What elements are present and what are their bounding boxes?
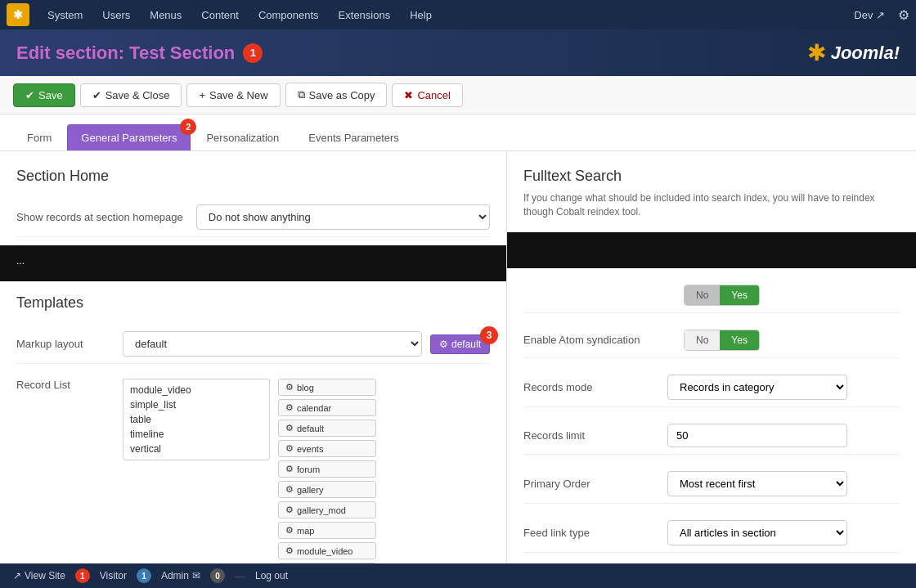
save-close-icon: ✔ xyxy=(92,89,101,101)
joomla-logo: ✱ Joomla! xyxy=(807,39,900,66)
fulltext-help-text: If you change what should be included in… xyxy=(523,191,900,219)
gear-icon: ⚙ xyxy=(285,402,294,413)
save-close-button[interactable]: ✔ Save & Close xyxy=(80,83,182,107)
right-panel: Fulltext Search If you change what shoul… xyxy=(507,151,916,588)
header-bar: Edit section: Test Section 1 ✱ Joomla! xyxy=(0,29,916,76)
joomla-logo-icon: ✱ xyxy=(807,39,826,66)
btn-label: forum xyxy=(297,465,320,474)
btn-label: module_video xyxy=(297,546,353,556)
tab-events[interactable]: Events Parameters xyxy=(294,124,413,150)
records-mode-select[interactable]: Records in category All records Featured… xyxy=(667,375,847,400)
save-button[interactable]: ✔ Save xyxy=(13,83,75,107)
feed-link-row: Feed link type All articles in section A… xyxy=(523,514,900,553)
tab-personalization-label: Personalization xyxy=(206,132,279,144)
template-default-btn[interactable]: ⚙default xyxy=(278,420,376,437)
save-icon: ✔ xyxy=(25,89,34,101)
save-copy-button[interactable]: ⧉ Save as Copy xyxy=(285,83,388,107)
template-blog-btn[interactable]: ⚙blog xyxy=(278,379,376,396)
tab-general[interactable]: General Parameters 2 xyxy=(67,124,191,150)
nav-users[interactable]: Users xyxy=(94,6,138,25)
joomla-icon: ✱ xyxy=(7,3,29,26)
toggle-row-above: No Yes xyxy=(523,278,900,313)
template-gallery-mod-btn[interactable]: ⚙gallery_mod xyxy=(278,501,376,518)
list-item[interactable]: timeline xyxy=(127,427,266,442)
page-title: Edit section: Test Section 1 xyxy=(16,43,263,64)
tab-general-label: General Parameters xyxy=(81,132,177,144)
record-list-label: Record List xyxy=(16,379,114,391)
list-item[interactable]: module_video xyxy=(127,383,266,397)
toolbar: ✔ Save ✔ Save & Close + Save & New ⧉ Sav… xyxy=(0,76,916,114)
enable-atom-group: No Yes xyxy=(684,330,760,351)
show-records-select[interactable]: Do not show anything Show records Show c… xyxy=(196,204,490,230)
record-list-box[interactable]: module_video simple_list table timeline … xyxy=(123,379,270,460)
view-site-link[interactable]: ↗ View Site xyxy=(13,570,65,581)
hidden-row-text: ... xyxy=(16,255,25,267)
records-mode-row: Records mode Records in category All rec… xyxy=(523,368,900,407)
save-copy-icon: ⧉ xyxy=(298,88,305,101)
btn-label: gallery_mod xyxy=(297,505,346,515)
tab-form[interactable]: Form xyxy=(13,124,65,150)
nav-menus[interactable]: Menus xyxy=(141,6,190,25)
top-navigation: ✱ System Users Menus Content Components … xyxy=(0,0,916,29)
btn-label: events xyxy=(297,444,323,454)
markup-layout-select[interactable]: default xyxy=(123,331,422,357)
btn-label: blog xyxy=(297,383,314,393)
templates-title: Templates xyxy=(16,294,490,312)
template-forum-btn[interactable]: ⚙forum xyxy=(278,460,376,478)
template-buttons-group: ⚙blog ⚙calendar ⚙default ⚙events ⚙forum … xyxy=(278,379,376,580)
template-module-video-btn[interactable]: ⚙module_video xyxy=(278,542,376,559)
nav-extensions[interactable]: Extensions xyxy=(330,6,399,25)
gear-icon: ⚙ xyxy=(285,505,294,515)
dev-link[interactable]: Dev ↗ xyxy=(854,9,885,21)
primary-order-select[interactable]: Most recent first Most popular first Alp… xyxy=(667,471,847,496)
divider: — xyxy=(235,570,245,582)
records-limit-input[interactable] xyxy=(667,424,847,447)
tab-form-label: Form xyxy=(27,132,52,144)
zero-badge: 0 xyxy=(210,568,225,583)
nav-help[interactable]: Help xyxy=(402,6,440,25)
markup-layout-label: Markup layout xyxy=(16,338,114,350)
admin-badge: 1 xyxy=(137,568,151,583)
atom-no-btn[interactable]: No xyxy=(685,330,720,350)
template-gallery-btn[interactable]: ⚙gallery xyxy=(278,481,376,498)
toggle-yes-btn[interactable]: Yes xyxy=(720,285,759,305)
cancel-label: Cancel xyxy=(417,89,450,101)
list-item[interactable]: vertical xyxy=(127,442,266,456)
toggle-no-btn[interactable]: No xyxy=(685,285,720,305)
logout-link[interactable]: Log out xyxy=(255,570,288,581)
gear-icon: ⚙ xyxy=(285,443,294,454)
fulltext-search-title: Fulltext Search xyxy=(523,168,900,185)
nav-system[interactable]: System xyxy=(39,6,91,25)
list-item[interactable]: table xyxy=(127,412,266,427)
list-item[interactable]: simple_list xyxy=(127,397,266,412)
gear-icon: ⚙ xyxy=(285,382,294,393)
main-content: Section Home Show records at section hom… xyxy=(0,151,916,588)
toggle-above-group: No Yes xyxy=(684,285,760,306)
primary-order-row: Primary Order Most recent first Most pop… xyxy=(523,465,900,504)
wave-divider: ... xyxy=(0,245,506,281)
save-new-button[interactable]: + Save & New xyxy=(186,83,280,107)
feed-link-label: Feed link type xyxy=(523,527,654,539)
cancel-button[interactable]: ✖ Cancel xyxy=(392,83,462,107)
template-calendar-btn[interactable]: ⚙calendar xyxy=(278,399,376,416)
nav-content[interactable]: Content xyxy=(193,6,247,25)
visitor-label: Visitor xyxy=(100,570,127,581)
feed-link-select[interactable]: All articles in section All articles in … xyxy=(667,520,847,545)
nav-components[interactable]: Components xyxy=(250,6,327,25)
save-copy-label: Save as Copy xyxy=(309,89,375,101)
tab-personalization[interactable]: Personalization xyxy=(192,124,293,150)
gear-icon: ⚙ xyxy=(285,545,294,556)
btn-label: calendar xyxy=(297,403,331,413)
section-home-title: Section Home xyxy=(16,168,490,185)
save-new-label: Save & New xyxy=(209,89,268,101)
template-events-btn[interactable]: ⚙events xyxy=(278,440,376,457)
records-mode-label: Records mode xyxy=(523,381,654,393)
right-wave-divider xyxy=(507,232,916,268)
atom-yes-btn[interactable]: Yes xyxy=(720,330,759,350)
save-new-icon: + xyxy=(199,89,205,101)
settings-button[interactable]: ⚙ xyxy=(898,7,909,23)
gear-icon: ⚙ xyxy=(285,423,294,433)
gear-icon: ⚙ xyxy=(285,464,294,474)
template-map-btn[interactable]: ⚙map xyxy=(278,522,376,539)
default-btn-label: default xyxy=(451,339,481,350)
